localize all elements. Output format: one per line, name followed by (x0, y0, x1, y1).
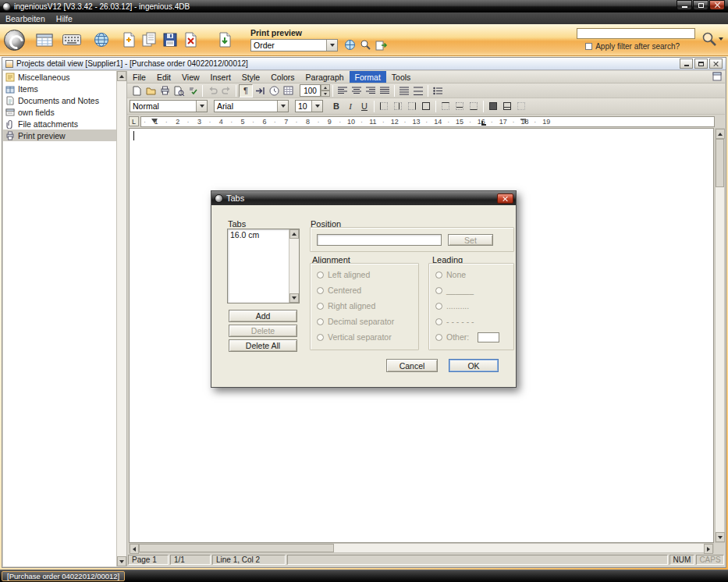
preview-button[interactable] (360, 39, 371, 51)
font-select[interactable]: Arial (214, 100, 289, 112)
scrollbar-thumb[interactable] (716, 139, 724, 187)
order-select[interactable]: Order (250, 39, 338, 51)
style-select-arrow[interactable] (196, 101, 207, 112)
border-left-button[interactable] (377, 100, 391, 113)
zoom-up-button[interactable] (321, 84, 330, 90)
scroll-up-button[interactable] (289, 229, 299, 239)
delete-record-button[interactable] (183, 32, 197, 48)
leading-radio-option[interactable]: None (429, 267, 513, 282)
sidebar-item-miscellaneous[interactable]: Miscellaneous (3, 71, 116, 83)
doc-maximize-button[interactable] (694, 59, 708, 69)
save-record-button[interactable] (163, 33, 177, 47)
doc-minimize-button[interactable] (680, 59, 693, 69)
alignment-radio-option[interactable]: Centered (311, 282, 418, 298)
search-input[interactable] (577, 28, 695, 39)
editor-horizontal-scrollbar[interactable] (129, 543, 714, 553)
scroll-down-button[interactable] (289, 293, 299, 303)
ok-button[interactable]: OK (449, 359, 499, 372)
border-center-button[interactable] (391, 100, 405, 113)
new-record-button[interactable] (122, 32, 136, 48)
delete-all-button[interactable]: Delete All (229, 339, 297, 352)
open-button[interactable] (144, 84, 158, 98)
add-button[interactable]: Add (229, 310, 297, 322)
order-select-arrow[interactable] (326, 40, 337, 51)
import-button[interactable] (218, 32, 232, 48)
zoom-down-button[interactable] (321, 90, 330, 97)
editor-menu-format[interactable]: Format (350, 71, 386, 83)
editor-vertical-scrollbar[interactable] (715, 128, 725, 543)
zoom-control[interactable]: 100 (300, 84, 330, 97)
ruler[interactable]: 12345678910111213141516171819 (140, 116, 715, 127)
sidebar-item-own-fields[interactable]: own fields (3, 106, 116, 118)
editor-menu-file[interactable]: File (127, 71, 151, 83)
alignment-radio-option[interactable]: Decimal separator (311, 314, 418, 329)
filter-checkbox[interactable] (585, 43, 592, 50)
dialog-close-button[interactable] (497, 193, 513, 204)
delete-button[interactable]: Delete (229, 325, 297, 337)
scroll-down-button[interactable] (716, 532, 725, 542)
taskbar-purchase-order-button[interactable]: [Purchase order 04022012/00012] (2, 571, 125, 581)
search-button[interactable] (701, 31, 723, 47)
scroll-left-button[interactable] (130, 544, 139, 554)
insert-tab-button[interactable] (253, 84, 267, 98)
cancel-button[interactable]: Cancel (386, 359, 438, 372)
zoom-spinner[interactable] (321, 84, 330, 97)
sidebar-item-print-preview[interactable]: Print preview (3, 130, 116, 141)
size-select-arrow[interactable] (311, 101, 322, 112)
scroll-down-button[interactable] (117, 556, 126, 566)
close-button[interactable] (709, 0, 725, 10)
leading-radio-option[interactable]: - - - - - - (429, 314, 513, 329)
border-outer-button[interactable] (419, 100, 433, 113)
scroll-up-button[interactable] (716, 129, 725, 139)
underline-button[interactable]: U (357, 100, 371, 113)
shading-button[interactable] (486, 100, 500, 113)
leading-radio-option[interactable]: Other: (429, 329, 513, 345)
sidebar-item-documents-notes[interactable]: Documents and Notes (3, 94, 116, 106)
editor-menu-tools[interactable]: Tools (386, 71, 417, 83)
alignment-radio-option[interactable]: Right aligned (311, 298, 418, 314)
scroll-right-button[interactable] (704, 544, 713, 554)
editor-menu-view[interactable]: View (176, 71, 205, 83)
export-button[interactable] (375, 39, 388, 51)
style-select[interactable]: Normal (130, 100, 208, 112)
records-button[interactable] (36, 34, 53, 47)
border-none-button[interactable] (514, 100, 528, 113)
align-right-button[interactable] (364, 84, 378, 98)
new-doc-button[interactable] (130, 84, 144, 98)
scrollbar-thumb[interactable] (139, 544, 334, 552)
font-select-arrow[interactable] (277, 101, 288, 112)
keyboard-button[interactable] (62, 34, 81, 45)
sidebar-item-items[interactable]: Items (3, 83, 116, 94)
spellcheck-button[interactable] (186, 84, 200, 98)
position-input[interactable] (317, 234, 442, 246)
line-spacing-double-button[interactable] (411, 84, 425, 98)
tab-type-selector[interactable]: L (129, 116, 139, 126)
editor-menu-style[interactable]: Style (236, 71, 265, 83)
border-bottom-button[interactable] (467, 100, 481, 113)
alignment-radio-option[interactable]: Vertical separator (311, 329, 418, 345)
editor-menu-paragraph[interactable]: Paragraph (300, 71, 350, 83)
print-preview-button[interactable] (172, 84, 186, 98)
tabs-listbox[interactable]: 16.0 cm (227, 229, 300, 303)
align-justify-button[interactable] (378, 84, 392, 98)
line-spacing-single-button[interactable] (397, 84, 411, 98)
sidebar-item-file-attachments[interactable]: File attachments (3, 118, 116, 130)
leading-radio-option[interactable]: .......... (429, 298, 513, 314)
editor-menu-edit[interactable]: Edit (151, 71, 176, 83)
size-select[interactable]: 10 (295, 100, 323, 112)
editor-menu-colors[interactable]: Colors (265, 71, 300, 83)
insert-time-button[interactable] (267, 84, 281, 98)
window-menu-icon[interactable] (712, 72, 722, 83)
align-center-button[interactable] (350, 84, 364, 98)
web-button[interactable] (344, 39, 356, 51)
dialog-titlebar[interactable]: Tabs (211, 191, 516, 205)
insert-table-button[interactable] (281, 84, 295, 98)
italic-button[interactable]: I (343, 100, 357, 113)
menu-item-hilfe[interactable]: Hilfe (51, 12, 78, 24)
border-grid-button[interactable] (500, 100, 514, 113)
menu-item-bearbeiten[interactable]: Bearbeiten (0, 12, 51, 24)
print-button[interactable] (158, 84, 172, 98)
zoom-value[interactable]: 100 (300, 84, 321, 97)
leading-other-input[interactable] (478, 332, 499, 342)
set-button[interactable]: Set (448, 234, 493, 246)
